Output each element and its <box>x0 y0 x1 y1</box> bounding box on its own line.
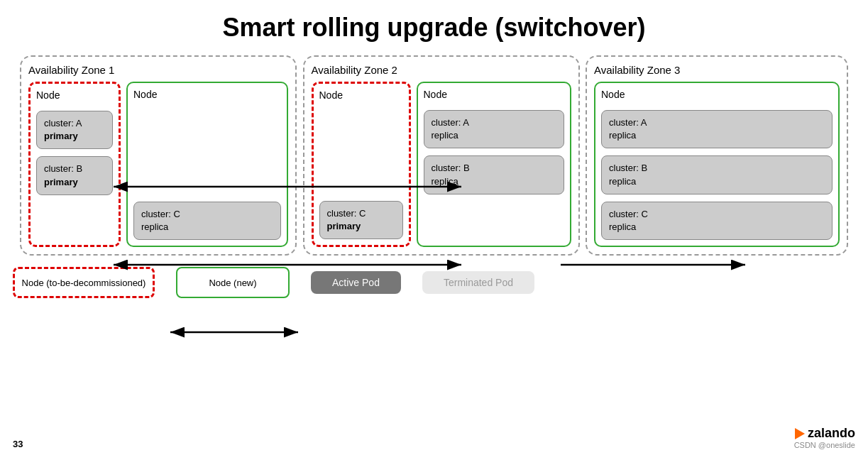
az2-node2-label: Node <box>424 89 564 100</box>
legend-new-label: Node (new) <box>209 278 256 288</box>
az1-node1: Node cluster: Aprimary cluster: Bprimary <box>28 82 121 247</box>
legend-active-pod-box: Active Pod <box>311 271 401 294</box>
az3-node1: Node cluster: Areplica cluster: Breplica… <box>594 82 840 247</box>
az3-pod-cluster-b: cluster: Breplica <box>601 155 833 194</box>
az1-node2: Node cluster: Creplica <box>126 82 288 247</box>
legend-terminated-label: Terminated Pod <box>444 277 513 288</box>
az1-label: Availability Zone 1 <box>28 64 288 76</box>
legend-new-node: Node (new) <box>176 267 290 298</box>
availability-zone-2: Availability Zone 2 Node cluster: Cprima… <box>303 55 580 256</box>
az1-pod-cluster-c: cluster: Creplica <box>133 202 281 240</box>
az2-node1-label: Node <box>319 89 403 101</box>
az3-label: Availability Zone 3 <box>594 64 840 76</box>
legend-active-pod: Active Pod <box>311 271 401 294</box>
az1-pod-cluster-b: cluster: Bprimary <box>36 156 113 194</box>
legend-active-label: Active Pod <box>332 277 380 288</box>
az1-node2-label: Node <box>133 89 281 100</box>
az2-pod-cluster-c-primary: cluster: Cprimary <box>319 201 403 239</box>
az2-node2: Node cluster: Areplica cluster: Breplica <box>417 82 571 247</box>
az2-node1: Node cluster: Cprimary <box>312 82 411 247</box>
brand-name: zalando <box>808 426 855 441</box>
page-title: Smart rolling upgrade (switchover) <box>0 0 868 50</box>
az2-pod-cluster-b: cluster: Breplica <box>424 155 564 194</box>
legend-dashed-box: Node (to-be-decommissioned) <box>13 267 155 298</box>
az2-label: Availability Zone 2 <box>312 64 571 76</box>
az1-node1-label: Node <box>36 89 113 101</box>
legend-terminated-pod-box: Terminated Pod <box>422 271 534 294</box>
brand-subtitle: CSDN @oneslide <box>794 441 855 449</box>
legend-decommission-label: Node (to-be-decommissioned) <box>22 278 146 288</box>
az1-pod-cluster-a: cluster: Aprimary <box>36 111 113 149</box>
legend-solid-box: Node (new) <box>176 267 290 298</box>
brand-icon <box>795 428 805 439</box>
az3-pod-cluster-c: cluster: Creplica <box>601 202 833 240</box>
availability-zone-3: Availability Zone 3 Node cluster: Arepli… <box>586 55 848 256</box>
az2-pod-cluster-a: cluster: Areplica <box>424 110 564 148</box>
legend-decommission: Node (to-be-decommissioned) <box>13 267 155 298</box>
legend-terminated-pod: Terminated Pod <box>422 271 534 294</box>
slide-number: 33 <box>13 439 23 449</box>
az3-pod-cluster-a: cluster: Areplica <box>601 110 833 148</box>
brand: zalando CSDN @oneslide <box>794 426 855 449</box>
legend: Node (to-be-decommissioned) Node (new) A… <box>0 260 868 298</box>
availability-zone-1: Availability Zone 1 Node cluster: Aprima… <box>20 55 297 256</box>
az3-node1-label: Node <box>601 89 833 100</box>
